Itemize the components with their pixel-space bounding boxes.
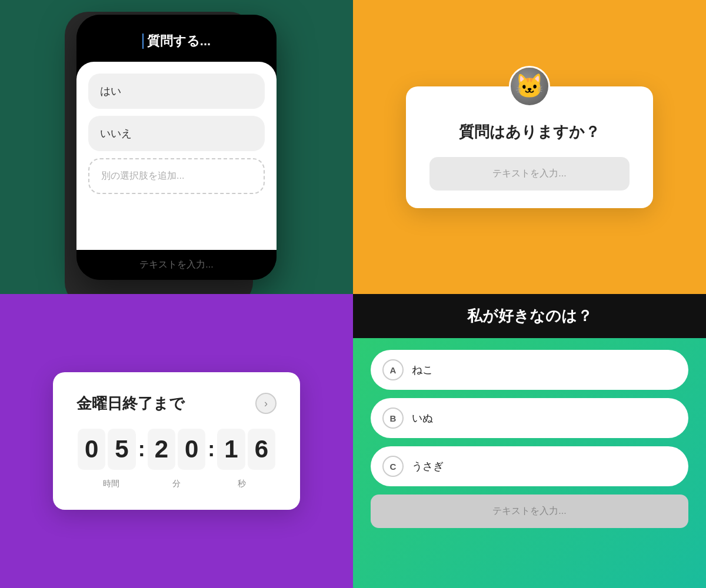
label-hours: 時間 <box>79 479 144 489</box>
add-option-button[interactable]: 別の選択肢を追加... <box>88 158 265 194</box>
card-title: 質問はありますか？ <box>429 122 630 142</box>
quiz-option-a[interactable]: A ねこ <box>371 350 688 390</box>
digit-h1: 0 <box>78 429 105 470</box>
digit-h2: 5 <box>108 429 135 470</box>
option-circle-b: B <box>382 407 404 429</box>
arrow-icon: › <box>264 397 268 410</box>
quadrant-2: 🐱 質問はありますか？ テキストを入力... <box>353 0 706 294</box>
quadrant-4: 私が好きなのは？ A ねこ B いぬ C <box>353 294 706 588</box>
option-text-c: うさぎ <box>412 459 444 473</box>
phone-question-text: 質問する... <box>88 32 265 50</box>
option-letter-b: B <box>390 413 397 423</box>
digit-s1: 1 <box>217 429 245 470</box>
phone-footer: テキストを入力... <box>76 250 277 280</box>
digit-s2: 6 <box>248 429 275 470</box>
quiz-container: 私が好きなのは？ A ねこ B いぬ C <box>353 294 706 540</box>
digit-m1: 2 <box>148 429 175 470</box>
quiz-options: A ねこ B いぬ C うさぎ テキストを入力... <box>353 338 706 540</box>
quadrant-1: 質問する... はい いいえ 別の選択肢を追加... テキストを入力... <box>0 0 353 294</box>
timer-digits: 0 5 : 2 0 : 1 6 <box>76 429 277 470</box>
timer-card: 金曜日終了まで › 0 5 : 2 0 : 1 6 時間 分 秒 <box>53 372 300 510</box>
option-circle-a: A <box>382 359 404 380</box>
cursor-line <box>142 34 144 49</box>
quiz-option-b[interactable]: B いぬ <box>371 398 688 438</box>
cat-face-icon: 🐱 <box>511 68 548 105</box>
option-text-b: いぬ <box>412 411 433 425</box>
separator-2: : <box>207 437 216 462</box>
digit-m2: 0 <box>178 429 205 470</box>
quiz-option-c[interactable]: C うさぎ <box>371 446 688 486</box>
quiz-title: 私が好きなのは？ <box>371 306 688 326</box>
option-yes-button[interactable]: はい <box>88 74 265 109</box>
phone-header: 質問する... <box>76 15 277 62</box>
option-text-a: ねこ <box>412 363 433 377</box>
quiz-text-input[interactable]: テキストを入力... <box>371 495 688 528</box>
timer-title: 金曜日終了まで <box>76 393 185 414</box>
question-card: 🐱 質問はありますか？ テキストを入力... <box>406 86 653 208</box>
question-placeholder-text: 質問する... <box>147 32 211 50</box>
phone-footer-text: テキストを入力... <box>139 259 213 269</box>
option-letter-c: C <box>390 462 397 472</box>
phone-mockup: 質問する... はい いいえ 別の選択肢を追加... テキストを入力... <box>76 15 277 280</box>
option-no-button[interactable]: いいえ <box>88 116 265 151</box>
timer-labels: 時間 分 秒 <box>76 479 277 489</box>
option-letter-a: A <box>390 365 397 375</box>
phone-options: はい いいえ 別の選択肢を追加... <box>76 62 277 250</box>
option-circle-c: C <box>382 456 404 477</box>
timer-header: 金曜日終了まで › <box>76 393 277 414</box>
separator-1: : <box>137 437 146 462</box>
label-minutes: 分 <box>144 479 209 489</box>
text-input-button[interactable]: テキストを入力... <box>429 157 630 191</box>
timer-arrow-button[interactable]: › <box>255 393 277 414</box>
cat-avatar: 🐱 <box>509 66 550 107</box>
quadrant-3: 金曜日終了まで › 0 5 : 2 0 : 1 6 時間 分 秒 <box>0 294 353 588</box>
quiz-header: 私が好きなのは？ <box>353 294 706 338</box>
label-seconds: 秒 <box>209 479 274 489</box>
